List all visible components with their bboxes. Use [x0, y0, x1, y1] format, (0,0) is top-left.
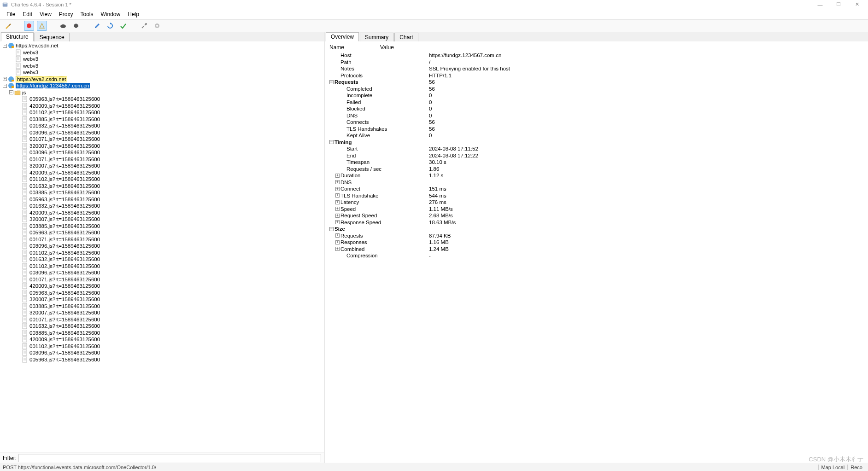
file-node[interactable]: 003885.js?rt=1589463125600	[0, 223, 324, 230]
overview-row[interactable]: Path/	[328, 59, 868, 66]
expand-icon[interactable]: +	[335, 180, 340, 184]
menu-edit[interactable]: Edit	[19, 10, 36, 18]
broom-icon[interactable]	[3, 21, 13, 31]
file-node[interactable]: 001632.js?rt=1589463125600	[0, 183, 324, 190]
overview-row[interactable]: +Combined1.24 MB	[328, 246, 868, 253]
overview-row[interactable]: −Size	[328, 226, 868, 233]
file-node[interactable]: 420009.js?rt=1589463125600	[0, 336, 324, 343]
menu-view[interactable]: View	[36, 10, 55, 18]
file-node[interactable]: 001632.js?rt=1589463125600	[0, 256, 324, 263]
expand-icon[interactable]: −	[329, 80, 334, 84]
close-button[interactable]: ✕	[848, 1, 866, 7]
file-node[interactable]: 001071.js?rt=1589463125600	[0, 276, 324, 283]
throttle-icon[interactable]	[37, 21, 47, 31]
file-node[interactable]: 003096.js?rt=1589463125600	[0, 129, 324, 136]
file-node[interactable]: 001071.js?rt=1589463125600	[0, 156, 324, 163]
file-node[interactable]: 001102.js?rt=1589463125600	[0, 263, 324, 270]
file-node[interactable]: 001102.js?rt=1589463125600	[0, 176, 324, 183]
record-icon[interactable]	[24, 21, 34, 31]
file-node[interactable]: 005963.js?rt=1589463125600	[0, 229, 324, 236]
expand-icon[interactable]: +	[335, 200, 340, 204]
overview-row[interactable]: Hosthttps://fundgz.1234567.com.cn	[328, 52, 868, 59]
overview-row[interactable]: TLS Handshakes56	[328, 126, 868, 133]
file-node[interactable]: 003885.js?rt=1589463125600	[0, 330, 324, 337]
tree-view[interactable]: −https://ev.csdn.netwebv3webv3webv3webv3…	[0, 41, 324, 453]
overview-row[interactable]: Connects56	[328, 119, 868, 126]
overview-row[interactable]: +Latency276 ms	[328, 199, 868, 206]
expand-icon[interactable]: +	[335, 174, 340, 178]
filter-input[interactable]	[18, 454, 321, 462]
overview-row[interactable]: +Response Speed18.63 MB/s	[328, 219, 868, 226]
tab-summary[interactable]: Summary	[360, 33, 393, 41]
expand-icon[interactable]: −	[9, 90, 13, 94]
expand-icon[interactable]: +	[335, 240, 340, 244]
host-node[interactable]: −https://ev.csdn.net	[0, 42, 324, 49]
expand-icon[interactable]: +	[335, 214, 340, 218]
overview-row[interactable]: NotesSSL Proxying enabled for this host	[328, 65, 868, 72]
menu-proxy[interactable]: Proxy	[55, 10, 77, 18]
file-node[interactable]: 003096.js?rt=1589463125600	[0, 243, 324, 250]
overview-row[interactable]: Kept Alive0	[328, 132, 868, 139]
status-maplocal[interactable]: Map Local	[818, 465, 848, 470]
overview-row[interactable]: +Duration1.12 s	[328, 172, 868, 179]
settings-icon[interactable]	[152, 21, 162, 31]
expand-icon[interactable]: +	[335, 233, 340, 238]
overview-row[interactable]: +TLS Handshake544 ms	[328, 192, 868, 199]
expand-icon[interactable]: −	[329, 140, 334, 144]
tab-sequence[interactable]: Sequence	[35, 33, 70, 41]
file-node[interactable]: 005963.js?rt=1589463125600	[0, 196, 324, 203]
file-node[interactable]: 003885.js?rt=1589463125600	[0, 303, 324, 310]
file-node[interactable]: 005963.js?rt=1589463125600	[0, 356, 324, 363]
expand-icon[interactable]: +	[335, 187, 340, 191]
host-node[interactable]: −https://fundgz.1234567.com.cn	[0, 82, 324, 89]
tools-icon[interactable]	[139, 21, 149, 31]
folder-node[interactable]: −js	[0, 89, 324, 96]
file-node[interactable]: 003885.js?rt=1589463125600	[0, 116, 324, 123]
breakpoint-icon[interactable]	[71, 21, 81, 31]
file-node[interactable]: 005963.js?rt=1589463125600	[0, 290, 324, 297]
overview-row[interactable]: Start2024-03-08 17:11:52	[328, 145, 868, 152]
file-node[interactable]: 001102.js?rt=1589463125600	[0, 343, 324, 350]
host-node[interactable]: +https://eva2.csdn.net	[0, 76, 324, 83]
overview-row[interactable]: −Timing	[328, 139, 868, 146]
tab-overview[interactable]: Overview	[326, 32, 359, 41]
overview-row[interactable]: +Requests87.94 KB	[328, 233, 868, 239]
expand-icon[interactable]: +	[335, 207, 340, 211]
file-node[interactable]: webv3	[0, 63, 324, 70]
file-node[interactable]: 420009.js?rt=1589463125600	[0, 283, 324, 290]
menu-tools[interactable]: Tools	[77, 10, 97, 18]
overview-row[interactable]: ProtocolsHTTP/1.1	[328, 72, 868, 79]
expand-icon[interactable]: −	[3, 84, 7, 88]
file-node[interactable]: 320007.js?rt=1589463125600	[0, 216, 324, 223]
overview-row[interactable]: +Responses1.16 MB	[328, 239, 868, 246]
status-recording[interactable]: Reco	[847, 465, 865, 470]
file-node[interactable]: webv3	[0, 69, 324, 76]
tab-structure[interactable]: Structure	[1, 32, 34, 41]
minimize-button[interactable]: —	[811, 2, 829, 7]
maximize-button[interactable]: ☐	[829, 1, 848, 7]
expand-icon[interactable]: +	[3, 77, 7, 81]
overview-row[interactable]: +Connect151 ms	[328, 186, 868, 192]
file-node[interactable]: 003096.js?rt=1589463125600	[0, 149, 324, 156]
file-node[interactable]: 001071.js?rt=1589463125600	[0, 236, 324, 243]
overview-row[interactable]: Timespan30.10 s	[328, 159, 868, 166]
file-node[interactable]: 320007.js?rt=1589463125600	[0, 296, 324, 303]
overview-row[interactable]: Requests / sec1.86	[328, 166, 868, 173]
expand-icon[interactable]: +	[335, 247, 340, 251]
tab-chart[interactable]: Chart	[394, 33, 418, 41]
file-node[interactable]: 420009.js?rt=1589463125600	[0, 209, 324, 216]
overview-row[interactable]: +Request Speed2.68 MB/s	[328, 212, 868, 219]
file-node[interactable]: 003096.js?rt=1589463125600	[0, 269, 324, 276]
overview-row[interactable]: −Requests56	[328, 79, 868, 86]
expand-icon[interactable]: +	[335, 193, 340, 198]
overview-row[interactable]: Incomplete0	[328, 92, 868, 99]
menu-file[interactable]: File	[3, 10, 19, 18]
overview-row[interactable]: +DNS-	[328, 179, 868, 186]
file-node[interactable]: 001102.js?rt=1589463125600	[0, 109, 324, 116]
edit-icon[interactable]	[92, 21, 102, 31]
file-node[interactable]: 003885.js?rt=1589463125600	[0, 189, 324, 196]
file-node[interactable]: 420009.js?rt=1589463125600	[0, 169, 324, 176]
validate-icon[interactable]	[118, 21, 128, 31]
file-node[interactable]: 320007.js?rt=1589463125600	[0, 309, 324, 316]
file-node[interactable]: 420009.js?rt=1589463125600	[0, 103, 324, 110]
